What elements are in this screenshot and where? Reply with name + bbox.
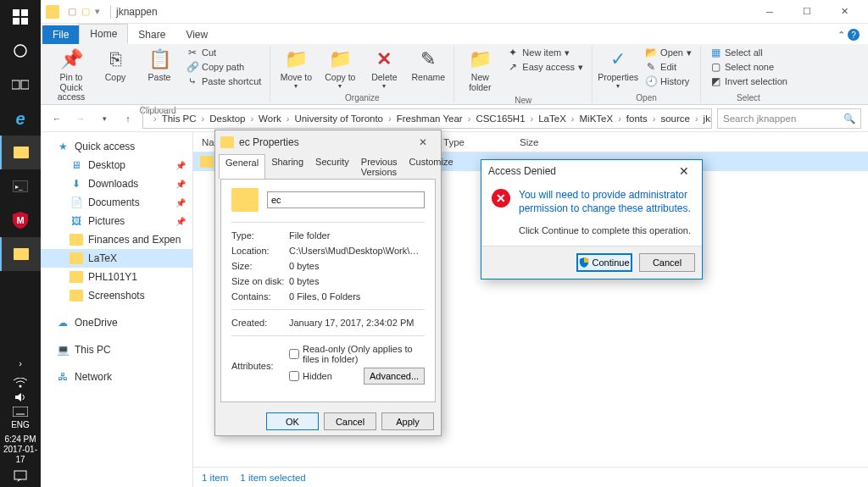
- crumb[interactable]: University of Toronto: [291, 113, 387, 124]
- deny-close-button[interactable]: ✕: [673, 164, 695, 178]
- crumb[interactable]: This PC: [159, 113, 200, 124]
- col-type[interactable]: Type: [435, 137, 511, 147]
- copy-to-button[interactable]: 📁Copy to▾: [320, 46, 360, 91]
- nav-up-button[interactable]: ↑: [119, 109, 137, 128]
- nav-desktop[interactable]: 🖥Desktop📌: [41, 156, 192, 174]
- mcafee-icon[interactable]: M: [0, 203, 41, 237]
- prop-tab-prev[interactable]: Previous Versions: [355, 154, 403, 180]
- tray-chevron-icon[interactable]: ›: [0, 351, 41, 376]
- crumb[interactable]: CSC165H1: [472, 113, 528, 124]
- crumb[interactable]: jknappen: [700, 113, 712, 124]
- nav-quick-access[interactable]: ★Quick access: [41, 137, 192, 156]
- continue-button[interactable]: Continue: [576, 253, 632, 272]
- readonly-checkbox[interactable]: [289, 349, 299, 359]
- edit-button[interactable]: ✎Edit: [642, 60, 695, 74]
- prop-tab-sharing[interactable]: Sharing: [265, 154, 309, 180]
- select-all-button[interactable]: ▦Select all: [706, 46, 791, 59]
- nav-pictures[interactable]: 🖼Pictures📌: [41, 212, 192, 230]
- prop-close-button[interactable]: ✕: [410, 136, 436, 148]
- prop-created-value: January 17, 2017, 2:34:02 PM: [289, 318, 425, 328]
- nav-latex[interactable]: LaTeX: [41, 249, 192, 268]
- col-size[interactable]: Size: [511, 137, 562, 147]
- tab-file[interactable]: File: [42, 25, 79, 44]
- copy-button[interactable]: ⎘Copy: [95, 46, 136, 85]
- prop-ok-button[interactable]: OK: [266, 412, 319, 430]
- nav-finances[interactable]: Finances and Expen: [41, 230, 192, 249]
- folder-icon: [70, 270, 83, 284]
- nav-fwd-button[interactable]: →: [71, 109, 90, 128]
- crumb[interactable]: Freshman Year: [393, 113, 466, 124]
- ie-icon[interactable]: e: [0, 102, 41, 136]
- lang-indicator[interactable]: ENG: [11, 418, 30, 431]
- new-folder-button[interactable]: 📁New folder: [459, 46, 500, 94]
- prop-tab-general[interactable]: General: [219, 154, 265, 180]
- keyboard-icon[interactable]: [13, 405, 28, 418]
- select-none-button[interactable]: ▢Select none: [706, 60, 791, 74]
- crumb[interactable]: MiKTeX: [576, 113, 617, 124]
- crumb[interactable]: fonts: [623, 113, 651, 124]
- prop-cancel-button[interactable]: Cancel: [324, 412, 376, 430]
- clock[interactable]: 6:24 PM 2017-01-17: [0, 431, 41, 468]
- qat-props-icon[interactable]: ▢: [68, 6, 76, 17]
- paste-shortcut-button[interactable]: ⤷Paste shortcut: [183, 75, 264, 88]
- svg-rect-1: [21, 9, 28, 16]
- maximize-button[interactable]: ☐: [788, 0, 826, 24]
- crumb[interactable]: Desktop: [206, 113, 248, 124]
- action-center-icon[interactable]: [14, 468, 27, 484]
- terminal-icon[interactable]: ▸_: [0, 169, 41, 203]
- copyto-icon: 📁: [328, 47, 352, 71]
- address-bar[interactable]: › This PC› Desktop› Work› University of …: [142, 108, 712, 129]
- new-item-button[interactable]: ✦New item ▾: [504, 46, 587, 59]
- nav-thispc[interactable]: 💻This PC: [41, 340, 192, 359]
- nav-screenshots[interactable]: Screenshots: [41, 286, 192, 305]
- pin-quick-access-button[interactable]: 📌Pin to Quick access: [51, 46, 92, 104]
- tab-share[interactable]: Share: [128, 25, 175, 44]
- nav-documents[interactable]: 📄Documents📌: [41, 193, 192, 212]
- folder-icon: [200, 156, 214, 168]
- explorer-icon[interactable]: [0, 136, 41, 169]
- delete-button[interactable]: ✕Delete▾: [364, 46, 404, 91]
- nav-phl[interactable]: PHL101Y1: [41, 268, 192, 286]
- prop-tab-security[interactable]: Security: [309, 154, 355, 180]
- qat-dropdown[interactable]: ▾: [95, 6, 100, 17]
- copy-path-button[interactable]: 🔗Copy path: [183, 60, 264, 74]
- nav-onedrive[interactable]: ☁OneDrive: [41, 313, 192, 332]
- explorer2-icon[interactable]: [0, 237, 41, 271]
- prop-name-input[interactable]: [267, 191, 425, 208]
- nav-recent-button[interactable]: ▾: [95, 109, 114, 128]
- deny-cancel-button[interactable]: Cancel: [639, 253, 695, 272]
- tab-view[interactable]: View: [175, 25, 218, 44]
- crumb[interactable]: source: [657, 113, 693, 124]
- move-to-button[interactable]: 📁Move to▾: [275, 46, 316, 91]
- cut-button[interactable]: ✂Cut: [183, 46, 264, 59]
- nav-downloads[interactable]: ⬇Downloads📌: [41, 174, 192, 193]
- search-input[interactable]: Search jknappen 🔍: [717, 108, 861, 129]
- task-view-icon[interactable]: [0, 68, 41, 102]
- crumb[interactable]: Work: [255, 113, 285, 124]
- prop-loc-label: Location:: [231, 246, 289, 256]
- hidden-checkbox[interactable]: [289, 371, 299, 381]
- nav-network[interactable]: 🖧Network: [41, 368, 192, 386]
- onedrive-icon: ☁: [56, 316, 70, 329]
- crumb[interactable]: LaTeX: [535, 113, 570, 124]
- prop-contains-value: 0 Files, 0 Folders: [289, 291, 425, 302]
- qat-new-icon[interactable]: ▢: [81, 6, 90, 17]
- wifi-icon[interactable]: [14, 376, 27, 390]
- invert-selection-button[interactable]: ◩Invert selection: [706, 75, 791, 88]
- prop-apply-button[interactable]: Apply: [381, 412, 434, 430]
- close-button[interactable]: ✕: [826, 0, 863, 24]
- open-button[interactable]: 📂Open ▾: [642, 46, 695, 59]
- properties-button[interactable]: ✓Properties▾: [598, 46, 638, 91]
- history-button[interactable]: 🕘History: [642, 75, 695, 88]
- cortana-icon[interactable]: [0, 34, 41, 68]
- minimize-button[interactable]: ─: [751, 0, 788, 24]
- advanced-button[interactable]: Advanced...: [364, 368, 425, 385]
- easy-access-button[interactable]: ↗Easy access ▾: [504, 60, 587, 74]
- start-button[interactable]: [0, 0, 41, 34]
- paste-button[interactable]: 📋Paste: [139, 46, 180, 85]
- nav-back-button[interactable]: ←: [47, 109, 66, 128]
- volume-icon[interactable]: [14, 390, 26, 405]
- tab-home[interactable]: Home: [79, 24, 128, 44]
- prop-tab-customize[interactable]: Customize: [403, 154, 459, 180]
- rename-button[interactable]: ✎Rename: [408, 46, 448, 85]
